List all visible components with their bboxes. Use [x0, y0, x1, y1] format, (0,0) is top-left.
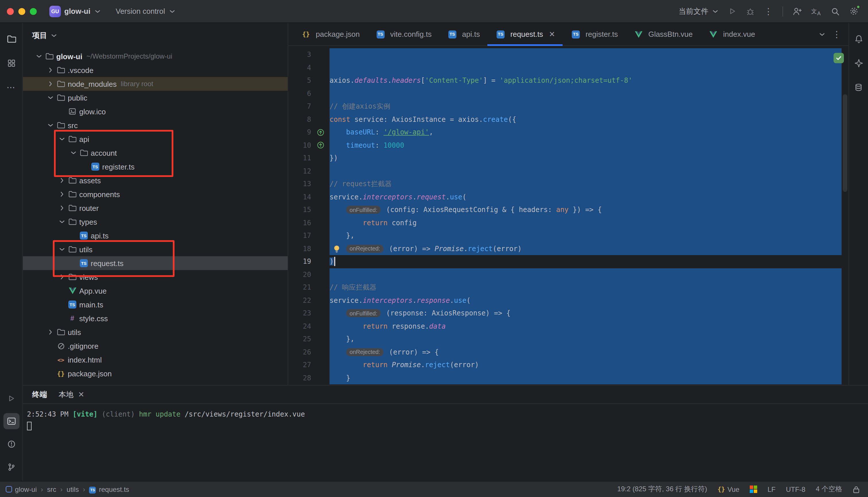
chevron-right-icon[interactable]: [57, 177, 67, 184]
breadcrumb-glow-ui[interactable]: glow-ui: [6, 485, 37, 493]
line-number[interactable]: 16: [288, 219, 311, 227]
code-line-text[interactable]: [329, 87, 842, 100]
editor-tab-GlassBtn.vue[interactable]: GlassBtn.vue: [626, 23, 701, 45]
line-number[interactable]: 7: [288, 102, 311, 111]
code-line-text[interactable]: return config: [329, 216, 842, 229]
zoom-window-button[interactable]: [30, 8, 37, 15]
inlay-hint[interactable]: onRejected:: [346, 245, 384, 253]
line-number[interactable]: 9: [288, 128, 311, 137]
line-number[interactable]: 12: [288, 167, 311, 175]
tree-item-.vscode[interactable]: .vscode: [23, 63, 288, 77]
code-line-text[interactable]: onRejected: (error) => {: [329, 345, 842, 358]
terminal-panel-title[interactable]: 终端: [32, 389, 47, 400]
editor-tab-api.ts[interactable]: TSapi.ts: [439, 23, 487, 45]
code-line-text[interactable]: axios.defaults.headers['Content-Type'] =…: [329, 74, 842, 87]
code-line-text[interactable]: },: [329, 229, 842, 242]
code-line-text[interactable]: return response.data: [329, 320, 842, 333]
line-number[interactable]: 5: [288, 77, 311, 85]
more-vertical-icon[interactable]: ⋮: [764, 8, 773, 14]
chevron-down-icon[interactable]: [57, 218, 67, 225]
editor-tab-index.vue[interactable]: index.vue: [700, 23, 762, 45]
tree-item-package.json[interactable]: {}package.json: [23, 367, 288, 380]
line-number[interactable]: 18: [288, 245, 311, 253]
code-line-text[interactable]: [329, 165, 842, 178]
code-line-text[interactable]: // 创建axios实例: [329, 100, 842, 113]
project-tool-icon[interactable]: [3, 31, 19, 47]
tree-item-glow-ui[interactable]: glow-ui~/WebstormProjects/glow-ui: [23, 49, 288, 63]
code-line-text[interactable]: // request拦截器: [329, 178, 842, 190]
tree-item-node_modules[interactable]: node_moduleslibrary root: [23, 77, 288, 91]
project-panel-header[interactable]: 项目: [23, 23, 288, 48]
code-line-text[interactable]: }: [329, 371, 842, 384]
code-line-text[interactable]: onFulfilled: (response: AxiosResponse) =…: [329, 307, 842, 320]
editor-tab-package.json[interactable]: {}package.json: [293, 23, 367, 45]
terminal-tab-local[interactable]: 本地 ✕: [59, 389, 84, 400]
inspection-ok-icon[interactable]: [834, 53, 844, 63]
run-icon[interactable]: [728, 7, 737, 15]
tree-item-utils[interactable]: utils: [23, 325, 288, 339]
line-separator-widget[interactable]: LF: [767, 485, 776, 493]
editor-scrollbar[interactable]: [843, 94, 847, 192]
database-icon[interactable]: [851, 79, 867, 95]
line-number[interactable]: 3: [288, 51, 311, 59]
modules-icon[interactable]: [3, 55, 19, 71]
encoding-widget[interactable]: UTF-8: [786, 485, 806, 493]
tree-item-router[interactable]: router: [23, 201, 288, 215]
chevron-right-icon[interactable]: [46, 81, 55, 87]
problems-tool-icon[interactable]: [3, 436, 19, 452]
code-line-text[interactable]: // 响应拦截器: [329, 281, 842, 294]
inlay-hint[interactable]: onFulfilled:: [346, 206, 381, 214]
chevron-right-icon[interactable]: [46, 329, 55, 336]
line-number[interactable]: 27: [288, 361, 311, 369]
push-line-icon[interactable]: [311, 129, 329, 136]
line-number[interactable]: 8: [288, 115, 311, 124]
chevron-right-icon[interactable]: [46, 67, 55, 73]
line-number[interactable]: 26: [288, 348, 311, 356]
editor-tab-register.ts[interactable]: TSregister.ts: [563, 23, 626, 45]
line-number[interactable]: 4: [288, 64, 311, 72]
project-widget[interactable]: GU glow-ui: [49, 5, 101, 17]
terminal-output[interactable]: 2:52:43 PM [vite] (client) hmr update /s…: [23, 404, 868, 481]
ms-squares-icon[interactable]: [750, 485, 757, 493]
tree-item-public[interactable]: public: [23, 91, 288, 104]
chevron-right-icon[interactable]: [57, 191, 67, 198]
code-line-text[interactable]: timeout: 10000: [329, 139, 842, 152]
ai-assistant-icon[interactable]: [851, 55, 867, 71]
caret-position-widget[interactable]: 19:2 (825 字符, 36 行 换行符): [617, 484, 707, 494]
code-line-text[interactable]: ): [329, 255, 842, 268]
editor-tab-vite.config.ts[interactable]: TSvite.config.ts: [367, 23, 439, 45]
code-line-text[interactable]: [329, 61, 842, 74]
editor-tab-request.ts[interactable]: TSrequest.ts✕: [487, 23, 563, 45]
translate-icon[interactable]: 文A: [811, 6, 822, 16]
close-icon[interactable]: ✕: [78, 390, 84, 399]
code-line-text[interactable]: [329, 268, 842, 281]
line-number[interactable]: 17: [288, 232, 311, 240]
line-number[interactable]: 25: [288, 335, 311, 343]
debug-icon[interactable]: [746, 6, 755, 16]
search-icon[interactable]: [831, 6, 840, 16]
vue-service-widget[interactable]: {} Vue: [718, 485, 739, 493]
tree-item-style.css[interactable]: #style.css: [23, 311, 288, 325]
line-number[interactable]: 19: [288, 258, 311, 266]
inlay-hint[interactable]: onFulfilled:: [346, 309, 381, 317]
tree-item-App.vue[interactable]: App.vue: [23, 284, 288, 298]
code-line-text[interactable]: return Promise.reject(error): [329, 358, 842, 371]
indent-widget[interactable]: 4 个空格: [816, 484, 842, 494]
add-user-icon[interactable]: [792, 6, 802, 16]
line-number[interactable]: 20: [288, 271, 311, 279]
more-vertical-icon[interactable]: ⋮: [833, 31, 842, 37]
tree-item-types[interactable]: types: [23, 215, 288, 229]
code-line-text[interactable]: service.interceptors.response.use(: [329, 294, 842, 307]
tree-item-glow.ico[interactable]: glow.ico: [23, 104, 288, 118]
chevron-down-icon[interactable]: [46, 94, 55, 101]
vcs-widget[interactable]: Version control: [116, 7, 175, 15]
code-line-text[interactable]: }): [329, 152, 842, 165]
inlay-hint[interactable]: onRejected:: [346, 348, 384, 356]
chevron-down-icon[interactable]: [34, 53, 44, 60]
run-configuration-selector[interactable]: 当前文件: [679, 6, 719, 16]
intention-bulb-icon[interactable]: [333, 244, 340, 255]
chevron-down-icon[interactable]: [819, 31, 825, 38]
close-window-button[interactable]: [7, 8, 14, 15]
line-number[interactable]: 15: [288, 206, 311, 214]
terminal-tool-icon[interactable]: [3, 413, 19, 429]
